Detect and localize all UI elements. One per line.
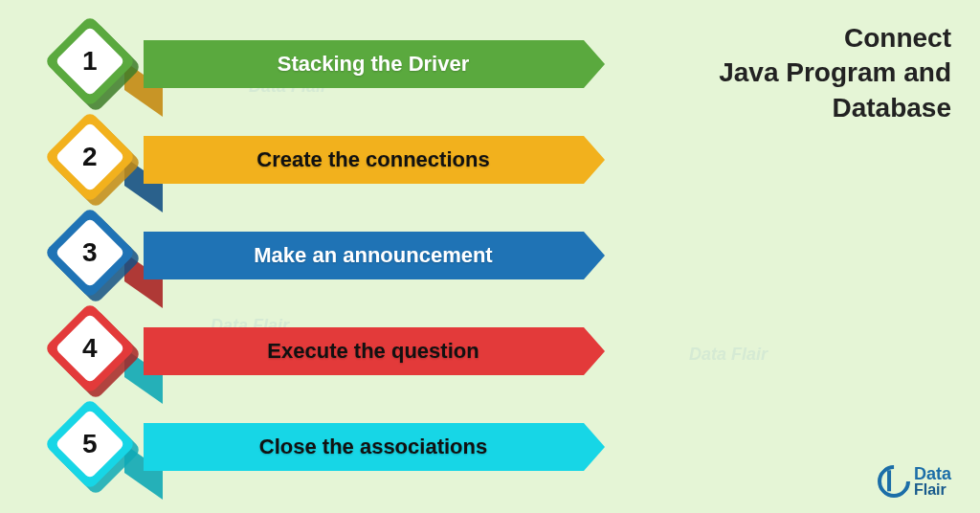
diagram-title: Connect Java Program and Database [719, 21, 951, 125]
step-diamond: 3 [57, 220, 134, 297]
step-label: Create the connections [256, 147, 489, 172]
step-banner: Create the connections [144, 136, 603, 184]
step-number: 2 [82, 142, 98, 172]
steps-list: Stacking the Driver 1 Create the connect… [38, 19, 632, 498]
step-banner: Stacking the Driver [144, 40, 603, 88]
brand-logo: Data Flair [878, 465, 951, 498]
title-line-3: Database [719, 91, 951, 125]
step-diamond: 2 [57, 124, 134, 201]
step-row: Execute the question 4 [38, 306, 632, 402]
step-number: 1 [82, 46, 98, 77]
step-number: 5 [82, 429, 98, 459]
step-label: Make an announcement [254, 243, 492, 268]
brand-logo-icon [871, 458, 917, 504]
step-label: Close the associations [259, 435, 487, 459]
watermark: Data Flair [689, 345, 768, 365]
step-banner: Make an announcement [144, 232, 603, 279]
step-label: Execute the question [267, 339, 479, 364]
step-diamond: 1 [57, 29, 134, 105]
step-diamond: 4 [57, 316, 134, 392]
step-row: Create the connections 2 [38, 115, 632, 211]
step-label: Stacking the Driver [278, 52, 470, 77]
title-line-1: Connect [719, 21, 951, 56]
title-line-2: Java Program and [719, 56, 951, 90]
brand-logo-text: Data Flair [914, 465, 951, 498]
step-banner: Close the associations [144, 423, 603, 471]
step-row: Stacking the Driver 1 [38, 19, 632, 115]
step-banner: Execute the question [144, 327, 603, 375]
step-number: 3 [82, 237, 98, 268]
step-row: Make an announcement 3 [38, 211, 632, 306]
step-diamond: 5 [57, 412, 134, 488]
step-number: 4 [82, 333, 98, 364]
step-row: Close the associations 5 [38, 402, 632, 498]
